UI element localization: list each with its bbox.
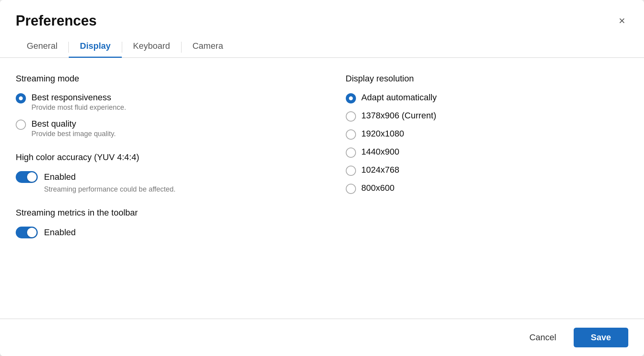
dialog-header: Preferences ×	[0, 0, 644, 37]
radio-1024x768[interactable]: 1024x768	[346, 165, 629, 176]
streaming-metrics-toggle-row: Enabled	[16, 227, 299, 238]
left-column: Streaming mode Best responsiveness Provi…	[16, 74, 322, 311]
radio-label-1378x906: 1378x906 (Current)	[361, 111, 437, 121]
radio-800x600[interactable]: 800x600	[346, 183, 629, 194]
high-color-toggle[interactable]	[16, 171, 38, 183]
high-color-title: High color accuracy (YUV 4:4:4)	[16, 152, 299, 162]
radio-circle-best-quality	[16, 120, 26, 130]
radio-desc-best-quality: Provide best image quality.	[31, 130, 116, 138]
streaming-metrics-toggle[interactable]	[16, 227, 38, 238]
radio-label-adapt-auto: Adapt automatically	[361, 92, 437, 103]
high-color-toggle-knob	[27, 172, 37, 182]
radio-desc-best-responsiveness: Provide most fluid experience.	[31, 103, 126, 112]
radio-label-best-quality: Best quality	[31, 119, 116, 129]
display-resolution-title: Display resolution	[346, 74, 629, 84]
radio-best-responsiveness[interactable]: Best responsiveness Provide most fluid e…	[16, 92, 299, 112]
radio-adapt-auto[interactable]: Adapt automatically	[346, 92, 629, 103]
radio-label-1440x900: 1440x900	[361, 147, 400, 157]
save-button[interactable]: Save	[574, 328, 628, 347]
close-button[interactable]: ×	[616, 14, 628, 28]
tabs-row: General Display Keyboard Camera	[0, 37, 644, 58]
streaming-metrics-toggle-section: Enabled	[16, 227, 299, 238]
tab-camera[interactable]: Camera	[182, 37, 234, 58]
radio-1920x1080[interactable]: 1920x1080	[346, 129, 629, 140]
streaming-metrics-toggle-label: Enabled	[44, 227, 76, 238]
preferences-dialog: Preferences × General Display Keyboard C…	[0, 0, 644, 356]
radio-circle-1024x768	[346, 166, 356, 176]
high-color-toggle-desc: Streaming performance could be affected.	[44, 185, 299, 194]
right-column: Display resolution Adapt automatically 1…	[322, 74, 629, 311]
radio-circle-1920x1080	[346, 129, 356, 140]
radio-label-best-responsiveness: Best responsiveness	[31, 92, 126, 103]
radio-circle-1440x900	[346, 148, 356, 158]
cancel-button[interactable]: Cancel	[520, 328, 565, 347]
tab-general[interactable]: General	[16, 37, 68, 58]
radio-circle-800x600	[346, 184, 356, 194]
streaming-mode-title: Streaming mode	[16, 74, 299, 84]
radio-label-800x600: 800x600	[361, 183, 394, 193]
radio-1378x906[interactable]: 1378x906 (Current)	[346, 111, 629, 122]
high-color-toggle-label: Enabled	[44, 172, 76, 182]
streaming-mode-group: Best responsiveness Provide most fluid e…	[16, 92, 299, 138]
radio-label-1920x1080: 1920x1080	[361, 129, 404, 139]
radio-circle-adapt-auto	[346, 93, 356, 103]
streaming-metrics-toggle-knob	[27, 228, 37, 237]
dialog-title: Preferences	[16, 13, 97, 29]
display-resolution-group: Adapt automatically 1378x906 (Current) 1…	[346, 92, 629, 194]
streaming-metrics-title: Streaming metrics in the toolbar	[16, 208, 299, 218]
tab-display[interactable]: Display	[69, 37, 121, 58]
radio-circle-1378x906	[346, 111, 356, 122]
content-area: Streaming mode Best responsiveness Provi…	[0, 58, 644, 319]
tab-keyboard[interactable]: Keyboard	[122, 37, 181, 58]
radio-best-quality[interactable]: Best quality Provide best image quality.	[16, 119, 299, 138]
dialog-footer: Cancel Save	[0, 319, 644, 356]
radio-1440x900[interactable]: 1440x900	[346, 147, 629, 158]
high-color-toggle-row: Enabled	[16, 171, 299, 183]
high-color-toggle-section: Enabled Streaming performance could be a…	[16, 171, 299, 194]
radio-label-1024x768: 1024x768	[361, 165, 400, 175]
radio-circle-best-responsiveness	[16, 93, 26, 103]
